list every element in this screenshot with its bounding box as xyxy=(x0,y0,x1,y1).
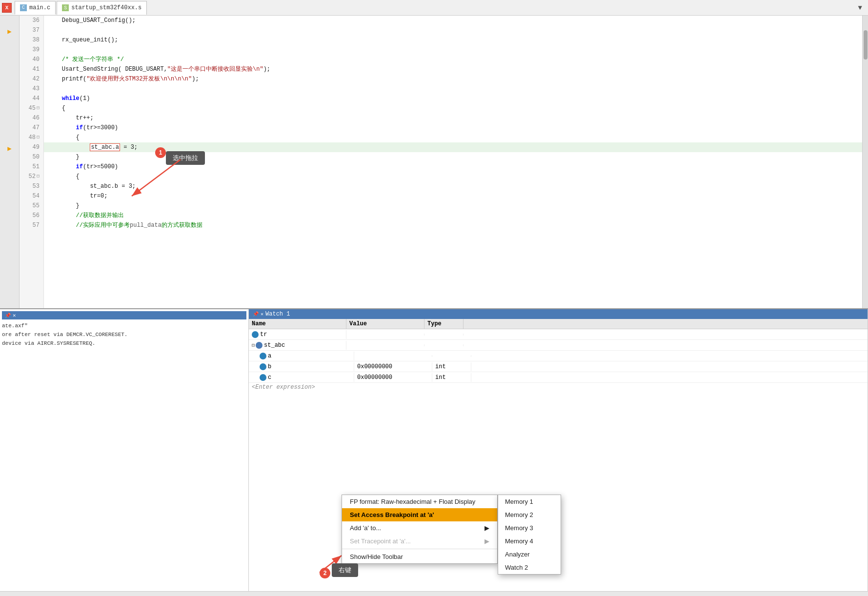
watch-col-value: Value xyxy=(346,319,424,329)
output-panel-header: 📌 ✕ xyxy=(2,311,246,319)
watch-icon-tr xyxy=(252,331,259,338)
title-bar: X C main.c S startup_stm32f40xx.s ▼ xyxy=(0,0,868,16)
watch-panel-header: 📌 ✕ Watch 1 xyxy=(249,309,868,319)
code-line-36: Debug_USART_Config(); xyxy=(44,16,862,25)
watch-col-name: Name xyxy=(249,319,346,329)
ctx-item-set-tracepoint[interactable]: Set Tracepoint at 'a'... ▶ xyxy=(342,535,497,548)
submenu: Memory 1 Memory 2 Memory 3 Memory 4 Anal… xyxy=(498,495,561,575)
output-panel: 📌 ✕ ate.axf" ore after reset via DEMCR.V… xyxy=(0,309,249,591)
output-line-3: device via AIRCR.SYSRESETREQ. xyxy=(2,339,246,348)
watch-row-c[interactable]: c 0x00000000 int xyxy=(249,372,868,383)
watch-icon-b xyxy=(260,363,266,370)
balloon-tooltip-1: 选中拖拉 xyxy=(166,151,205,165)
watch-row-a[interactable]: a xyxy=(249,351,868,361)
debug-arrow-1: ▶ xyxy=(7,27,11,36)
output-line-2: ore after reset via DEMCR.VC_CORERESET. xyxy=(2,330,246,339)
code-line-41: Usart_SendString( DEBUG_USART,"这是一个串口中断接… xyxy=(44,64,862,74)
output-text: ate.axf" ore after reset via DEMCR.VC_CO… xyxy=(2,321,246,348)
watch-type-a xyxy=(432,355,471,357)
submenu-arrow-icon: ▶ xyxy=(484,524,489,532)
close-output-icon[interactable]: ✕ xyxy=(13,312,16,318)
watch-row-b[interactable]: b 0x00000000 int xyxy=(249,361,868,372)
watch-row-st-abc[interactable]: ⊟ st_abc xyxy=(249,340,868,351)
code-line-42: printf("欢迎使用野火STM32开发板\n\n\n\n"); xyxy=(44,74,862,84)
code-line-52: { xyxy=(44,172,862,181)
code-line-38: rx_queue_init(); xyxy=(44,35,862,45)
watch-value-tr xyxy=(346,334,424,336)
watch-type-st-abc xyxy=(424,344,464,346)
watch-row-tr[interactable]: tr xyxy=(249,329,868,340)
bottom-panel: 📌 ✕ ate.axf" ore after reset via DEMCR.V… xyxy=(0,308,868,591)
code-line-49: st_abc.a = 3; xyxy=(44,142,862,152)
bottom-tabs: 🔧 Call Stack + Locals Watch 1 🗃 Memory 1 xyxy=(0,591,868,596)
code-line-53: st_abc.b = 3; xyxy=(44,181,862,191)
ctx-item-fp-format[interactable]: FP format: Raw-hexadecimal + Float Displ… xyxy=(342,495,497,508)
submenu-watch2[interactable]: Watch 2 xyxy=(498,561,561,574)
expand-icon-st-abc[interactable]: ⊟ xyxy=(252,342,255,348)
watch-value-b: 0x00000000 xyxy=(354,362,432,371)
watch-name-tr: tr xyxy=(249,330,346,339)
close-button[interactable]: X xyxy=(2,3,12,13)
code-line-39 xyxy=(44,45,862,55)
code-line-44: while(1) xyxy=(44,94,862,103)
code-line-45: { xyxy=(44,103,862,113)
watch-column-header: Name Value Type xyxy=(249,319,868,329)
watch-value-c: 0x00000000 xyxy=(354,373,432,382)
balloon-num-1: 1 xyxy=(155,147,166,158)
submenu-memory3[interactable]: Memory 3 xyxy=(498,521,561,535)
balloon-num-2: 2 xyxy=(320,568,330,578)
s-file-icon: S xyxy=(62,4,69,11)
output-line-1: ate.axf" xyxy=(2,321,246,330)
watch-pin-icon[interactable]: 📌 xyxy=(253,311,259,317)
editor-area: ▶ ▶ 36 37 38 39 40 41 42 43 44 45 ⊟ 46 xyxy=(0,16,868,308)
watch-type-c: int xyxy=(432,373,471,382)
watch-icon-a xyxy=(260,353,266,359)
ctx-item-show-hide[interactable]: Show/Hide Toolbar xyxy=(342,550,497,563)
watch-name-c: c xyxy=(257,373,354,382)
tab-dropdown-button[interactable]: ▼ xyxy=(854,2,866,14)
watch-col-type: Type xyxy=(424,319,464,329)
watch-title: Watch 1 xyxy=(265,311,290,318)
watch-icon-c xyxy=(260,374,266,381)
code-line-37 xyxy=(44,25,862,35)
watch-type-tr xyxy=(424,334,464,336)
editor-scrollbar[interactable] xyxy=(862,16,868,308)
scrollbar-thumb[interactable] xyxy=(864,30,868,60)
code-line-40: /* 发送一个字符串 */ xyxy=(44,55,862,64)
line-numbers: 36 37 38 39 40 41 42 43 44 45 ⊟ 46 47 48… xyxy=(20,16,44,308)
watch-type-b: int xyxy=(432,362,471,371)
enter-expression[interactable]: <Enter expression> xyxy=(249,383,868,392)
pin-icon[interactable]: 📌 xyxy=(5,313,11,318)
c-file-icon: C xyxy=(20,4,27,11)
tab-main-c[interactable]: C main.c xyxy=(15,1,56,15)
watch-name-b: b xyxy=(257,362,354,371)
watch-name-a: a xyxy=(257,352,354,360)
ctx-item-add-to[interactable]: Add 'a' to... ▶ xyxy=(342,521,497,535)
watch-icon-st-abc xyxy=(256,342,262,349)
context-menu[interactable]: FP format: Raw-hexadecimal + Float Displ… xyxy=(342,495,498,564)
code-line-55: } xyxy=(44,201,862,211)
ctx-separator xyxy=(342,549,497,549)
code-line-47: if(tr>=3000) xyxy=(44,123,862,133)
submenu-memory2[interactable]: Memory 2 xyxy=(498,508,561,521)
tab-startup[interactable]: S startup_stm32f40xx.s xyxy=(57,1,147,15)
code-line-56: //获取数据并输出 xyxy=(44,211,862,220)
submenu-memory1[interactable]: Memory 1 xyxy=(498,495,561,508)
code-line-48: { xyxy=(44,133,862,142)
balloon-tooltip-2: 右键 xyxy=(332,563,358,577)
code-line-46: tr++; xyxy=(44,113,862,123)
submenu-analyzer[interactable]: Analyzer xyxy=(498,548,561,561)
watch-value-st-abc xyxy=(346,344,424,346)
watch-close-icon[interactable]: ✕ xyxy=(261,311,263,317)
watch-name-st-abc: ⊟ st_abc xyxy=(249,341,346,350)
ctx-item-set-breakpoint[interactable]: Set Access Breakpoint at 'a' xyxy=(342,508,497,521)
submenu-memory4[interactable]: Memory 4 xyxy=(498,535,561,548)
submenu-arrow-icon-2: ▶ xyxy=(484,537,489,545)
code-line-54: tr=0; xyxy=(44,191,862,201)
watch-value-a xyxy=(354,355,432,357)
code-line-57: //实际应用中可参考pull_data的方式获取数据 xyxy=(44,220,862,230)
code-line-43 xyxy=(44,84,862,94)
editor-left-gutter: ▶ ▶ xyxy=(0,16,20,308)
debug-arrow-2: ▶ xyxy=(7,144,11,153)
